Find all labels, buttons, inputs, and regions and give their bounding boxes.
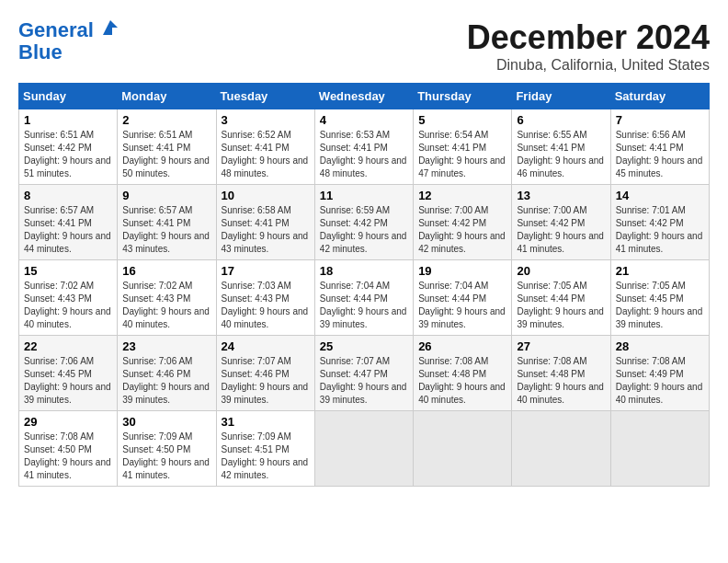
day-info: Sunrise: 7:09 AMSunset: 4:50 PMDaylight:… [122,431,210,482]
col-header-friday: Friday [512,84,610,109]
day-info: Sunrise: 6:54 AMSunset: 4:41 PMDaylight:… [418,129,506,180]
day-number: 20 [517,264,605,278]
day-number: 3 [222,113,310,127]
week-row-1: 1Sunrise: 6:51 AMSunset: 4:42 PMDaylight… [19,109,710,185]
day-cell: 8Sunrise: 6:57 AMSunset: 4:41 PMDaylight… [19,185,118,260]
day-number: 25 [320,339,408,353]
day-number: 22 [24,339,112,353]
day-cell: 31Sunrise: 7:09 AMSunset: 4:51 PMDayligh… [216,411,314,487]
col-header-tuesday: Tuesday [216,84,314,109]
day-info: Sunrise: 6:57 AMSunset: 4:41 PMDaylight:… [122,204,210,256]
day-cell: 21Sunrise: 7:05 AMSunset: 4:45 PMDayligh… [610,260,709,336]
day-number: 13 [517,189,605,202]
day-cell: 15Sunrise: 7:02 AMSunset: 4:43 PMDayligh… [19,260,118,336]
day-info: Sunrise: 7:08 AMSunset: 4:48 PMDaylight:… [418,355,506,407]
header-row: SundayMondayTuesdayWednesdayThursdayFrid… [19,84,710,109]
day-cell: 27Sunrise: 7:08 AMSunset: 4:48 PMDayligh… [512,336,610,411]
day-cell: 9Sunrise: 6:57 AMSunset: 4:41 PMDaylight… [118,185,216,260]
day-info: Sunrise: 6:51 AMSunset: 4:41 PMDaylight:… [122,129,210,180]
week-row-2: 8Sunrise: 6:57 AMSunset: 4:41 PMDaylight… [19,185,710,260]
day-info: Sunrise: 7:07 AMSunset: 4:46 PMDaylight:… [222,355,310,407]
day-cell: 3Sunrise: 6:52 AMSunset: 4:41 PMDaylight… [216,109,314,185]
week-row-5: 29Sunrise: 7:08 AMSunset: 4:50 PMDayligh… [19,411,710,487]
title-area: December 2024 Dinuba, California, United… [467,18,710,74]
day-number: 27 [517,339,605,353]
day-number: 9 [122,189,210,202]
day-number: 17 [222,264,310,278]
day-cell: 7Sunrise: 6:56 AMSunset: 4:41 PMDaylight… [610,109,709,185]
day-info: Sunrise: 7:06 AMSunset: 4:46 PMDaylight:… [122,355,210,407]
day-cell: 20Sunrise: 7:05 AMSunset: 4:44 PMDayligh… [512,260,610,336]
day-number: 24 [222,339,310,353]
day-info: Sunrise: 7:02 AMSunset: 4:43 PMDaylight:… [122,280,210,331]
day-number: 29 [24,415,112,429]
day-number: 18 [320,264,408,278]
day-number: 4 [320,113,408,127]
day-number: 26 [418,339,506,353]
day-info: Sunrise: 7:08 AMSunset: 4:50 PMDaylight:… [24,431,112,482]
location-title: Dinuba, California, United States [467,57,710,74]
day-cell: 19Sunrise: 7:04 AMSunset: 4:44 PMDayligh… [414,260,512,336]
logo-icon [101,18,119,37]
col-header-monday: Monday [118,84,216,109]
day-cell: 16Sunrise: 7:02 AMSunset: 4:43 PMDayligh… [118,260,216,336]
day-info: Sunrise: 7:00 AMSunset: 4:42 PMDaylight:… [418,204,506,256]
day-number: 5 [418,113,506,127]
day-info: Sunrise: 7:09 AMSunset: 4:51 PMDaylight:… [222,431,310,482]
day-info: Sunrise: 6:56 AMSunset: 4:41 PMDaylight:… [616,129,704,180]
day-info: Sunrise: 7:02 AMSunset: 4:43 PMDaylight:… [24,280,112,331]
day-number: 7 [616,113,704,127]
day-info: Sunrise: 7:06 AMSunset: 4:45 PMDaylight:… [24,355,112,407]
day-cell [512,411,610,487]
col-header-thursday: Thursday [414,84,512,109]
week-row-4: 22Sunrise: 7:06 AMSunset: 4:45 PMDayligh… [19,336,710,411]
calendar-table: SundayMondayTuesdayWednesdayThursdayFrid… [18,83,710,487]
logo: General Blue [18,18,119,63]
day-info: Sunrise: 6:51 AMSunset: 4:42 PMDaylight:… [24,129,112,180]
day-info: Sunrise: 6:57 AMSunset: 4:41 PMDaylight:… [24,204,112,256]
day-number: 31 [222,415,310,429]
day-info: Sunrise: 7:04 AMSunset: 4:44 PMDaylight:… [320,280,408,331]
logo-text: General [18,18,119,41]
day-cell [414,411,512,487]
week-row-3: 15Sunrise: 7:02 AMSunset: 4:43 PMDayligh… [19,260,710,336]
day-info: Sunrise: 7:05 AMSunset: 4:45 PMDaylight:… [616,280,704,331]
day-cell: 2Sunrise: 6:51 AMSunset: 4:41 PMDaylight… [118,109,216,185]
day-cell: 24Sunrise: 7:07 AMSunset: 4:46 PMDayligh… [216,336,314,411]
day-number: 10 [222,189,310,202]
day-cell: 29Sunrise: 7:08 AMSunset: 4:50 PMDayligh… [19,411,118,487]
day-cell [314,411,413,487]
col-header-sunday: Sunday [19,84,118,109]
day-cell: 18Sunrise: 7:04 AMSunset: 4:44 PMDayligh… [314,260,413,336]
day-cell: 10Sunrise: 6:58 AMSunset: 4:41 PMDayligh… [216,185,314,260]
day-info: Sunrise: 6:58 AMSunset: 4:41 PMDaylight:… [222,204,310,256]
day-number: 8 [24,189,112,202]
day-number: 15 [24,264,112,278]
day-number: 12 [418,189,506,202]
day-number: 28 [616,339,704,353]
day-info: Sunrise: 7:07 AMSunset: 4:47 PMDaylight:… [320,355,408,407]
day-cell: 13Sunrise: 7:00 AMSunset: 4:42 PMDayligh… [512,185,610,260]
svg-marker-0 [103,20,118,35]
day-cell: 17Sunrise: 7:03 AMSunset: 4:43 PMDayligh… [216,260,314,336]
day-number: 6 [517,113,605,127]
day-cell: 22Sunrise: 7:06 AMSunset: 4:45 PMDayligh… [19,336,118,411]
day-cell: 6Sunrise: 6:55 AMSunset: 4:41 PMDaylight… [512,109,610,185]
day-cell: 11Sunrise: 6:59 AMSunset: 4:42 PMDayligh… [314,185,413,260]
day-info: Sunrise: 7:03 AMSunset: 4:43 PMDaylight:… [222,280,310,331]
day-number: 14 [616,189,704,202]
day-cell: 4Sunrise: 6:53 AMSunset: 4:41 PMDaylight… [314,109,413,185]
day-info: Sunrise: 7:04 AMSunset: 4:44 PMDaylight:… [418,280,506,331]
day-number: 11 [320,189,408,202]
logo-blue: Blue [18,41,119,63]
day-cell: 26Sunrise: 7:08 AMSunset: 4:48 PMDayligh… [414,336,512,411]
day-info: Sunrise: 6:55 AMSunset: 4:41 PMDaylight:… [517,129,605,180]
day-cell: 28Sunrise: 7:08 AMSunset: 4:49 PMDayligh… [610,336,709,411]
col-header-saturday: Saturday [610,84,709,109]
day-cell: 5Sunrise: 6:54 AMSunset: 4:41 PMDaylight… [414,109,512,185]
day-number: 2 [122,113,210,127]
day-info: Sunrise: 6:53 AMSunset: 4:41 PMDaylight:… [320,129,408,180]
month-title: December 2024 [467,18,710,57]
day-info: Sunrise: 7:01 AMSunset: 4:42 PMDaylight:… [616,204,704,256]
day-number: 19 [418,264,506,278]
